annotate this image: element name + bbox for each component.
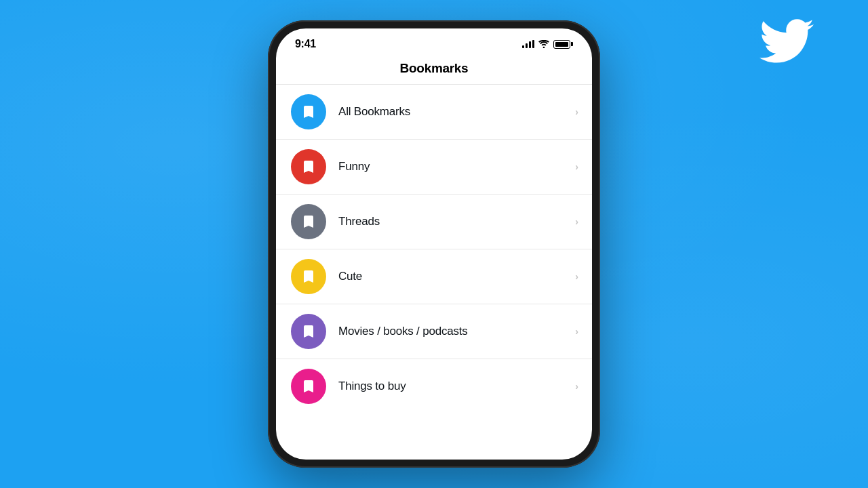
list-item[interactable]: All Bookmarks ›	[276, 85, 592, 140]
signal-icon	[522, 40, 534, 48]
phone-frame: 9:41 Bookmarks	[268, 20, 600, 468]
list-item-label: Funny	[338, 160, 575, 174]
chevron-icon: ›	[575, 381, 578, 392]
status-icons	[522, 40, 573, 49]
list-item-label: Things to buy	[338, 380, 575, 393]
list-item[interactable]: Cute ›	[276, 249, 592, 304]
chevron-icon: ›	[575, 161, 578, 172]
page-title: Bookmarks	[400, 61, 469, 75]
screen-header: Bookmarks	[276, 56, 592, 85]
list-item[interactable]: Things to buy ›	[276, 359, 592, 413]
twitter-logo	[760, 19, 814, 63]
list-item-label: Cute	[338, 270, 575, 283]
chevron-icon: ›	[575, 271, 578, 282]
chevron-icon: ›	[575, 326, 578, 337]
status-time: 9:41	[295, 38, 316, 50]
chevron-icon: ›	[575, 106, 578, 117]
wifi-icon	[538, 40, 549, 48]
bookmark-icon-movies	[291, 314, 326, 349]
list-item[interactable]: Threads ›	[276, 195, 592, 249]
list-item[interactable]: Movies / books / podcasts ›	[276, 304, 592, 359]
list-item-label: All Bookmarks	[338, 105, 575, 119]
bookmark-icon-things	[291, 369, 326, 404]
bookmark-list: All Bookmarks › Funny › Threads ›	[276, 85, 592, 460]
phone-screen: 9:41 Bookmarks	[276, 28, 592, 460]
bookmark-icon-cute	[291, 259, 326, 294]
bookmark-icon-funny	[291, 149, 326, 184]
bookmark-icon-threads	[291, 204, 326, 239]
battery-icon	[553, 40, 573, 49]
list-item[interactable]: Funny ›	[276, 140, 592, 195]
list-item-label: Threads	[338, 215, 575, 228]
status-bar: 9:41	[276, 28, 592, 56]
list-item-label: Movies / books / podcasts	[338, 325, 575, 338]
bookmark-icon-all	[291, 94, 326, 129]
chevron-icon: ›	[575, 216, 578, 227]
